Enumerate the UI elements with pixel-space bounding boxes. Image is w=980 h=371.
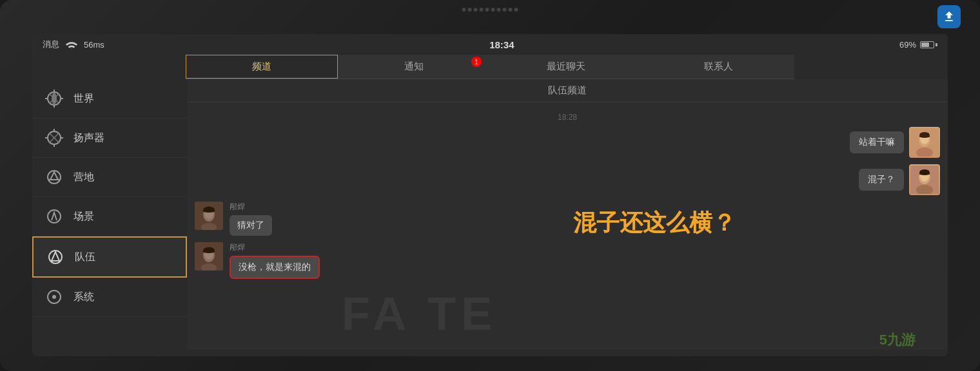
screen: 消息 56ms 18:34 69% 频道	[32, 34, 948, 356]
timestamp: 18:28	[195, 113, 940, 122]
message-right-2: 混子？	[195, 164, 940, 195]
message-content-1: 邴焊 猜对了	[230, 202, 272, 236]
channel-title: 队伍频道	[187, 79, 948, 102]
status-right: 69%	[899, 40, 937, 50]
tab-notify[interactable]: 通知 1	[338, 55, 490, 79]
tab-bar: 频道 通知 1 最近聊天 联系人	[186, 55, 794, 79]
top-vents	[462, 8, 518, 12]
team-icon	[44, 245, 67, 269]
speaker-label: 扬声器	[74, 131, 104, 145]
bubble-2: 混子？	[859, 169, 904, 191]
sidebar: 世界 扬声器	[32, 79, 187, 350]
top-right-button[interactable]	[937, 5, 961, 28]
team-label: 队伍	[75, 251, 95, 264]
status-bar: 消息 56ms 18:34 69%	[32, 34, 948, 55]
bubble-1: 站着干嘛	[850, 131, 904, 153]
tab-contacts[interactable]: 联系人	[642, 55, 794, 79]
message-left-1: 邴焊 猜对了	[195, 202, 940, 236]
chat-area: 队伍频道 18:28 站着干嘛	[187, 79, 948, 350]
scene-label: 场景	[74, 210, 94, 224]
battery-percent: 69%	[899, 40, 916, 50]
system-label: 系统	[74, 290, 94, 304]
overlay-text: 混子还这么横？	[573, 207, 736, 239]
ping-label: 56ms	[84, 40, 104, 50]
notify-badge: 1	[471, 57, 482, 67]
bubble-3: 猜对了	[230, 215, 272, 236]
wifi-icon	[66, 40, 77, 49]
message-label: 消息	[43, 39, 59, 50]
sidebar-item-world[interactable]: 世界	[32, 79, 187, 119]
sidebar-item-speaker[interactable]: 扬声器	[32, 119, 187, 158]
message-content-2: 邴焊 没枪，就是来混的	[230, 242, 320, 279]
watermark: 5九游	[879, 330, 916, 350]
message-right-1: 站着干嘛	[195, 127, 940, 158]
device-frame: 消息 56ms 18:34 69% 频道	[0, 0, 980, 371]
avatar-female1	[909, 127, 940, 158]
camp-icon	[43, 166, 66, 189]
main-content: 世界 扬声器	[32, 79, 948, 350]
avatar-male2	[195, 242, 223, 271]
tab-recent[interactable]: 最近聊天	[490, 55, 642, 79]
sidebar-item-team[interactable]: 队伍	[32, 236, 187, 278]
message-left-2: 邴焊 没枪，就是来混的	[195, 242, 940, 279]
battery-icon	[920, 41, 937, 48]
tab-channel[interactable]: 频道	[186, 55, 338, 79]
scene-icon	[43, 205, 66, 228]
status-left: 消息 56ms	[43, 39, 104, 50]
world-icon	[43, 87, 66, 110]
camp-label: 营地	[74, 171, 94, 184]
speaker-icon	[43, 126, 66, 149]
sidebar-item-scene[interactable]: 场景	[32, 197, 187, 236]
sender-name-2: 邴焊	[230, 242, 320, 253]
chat-messages[interactable]: 18:28 站着干嘛	[187, 102, 948, 350]
sender-name-1: 邴焊	[230, 202, 272, 213]
avatar-male1	[195, 202, 223, 230]
sidebar-item-system[interactable]: 系统	[32, 278, 187, 317]
sidebar-item-camp[interactable]: 营地	[32, 158, 187, 197]
system-icon	[43, 285, 66, 309]
avatar-female2	[909, 164, 940, 195]
clock: 18:34	[489, 39, 514, 50]
bubble-4: 没枪，就是来混的	[230, 256, 320, 279]
svg-point-8	[52, 295, 56, 299]
world-label: 世界	[74, 92, 94, 106]
